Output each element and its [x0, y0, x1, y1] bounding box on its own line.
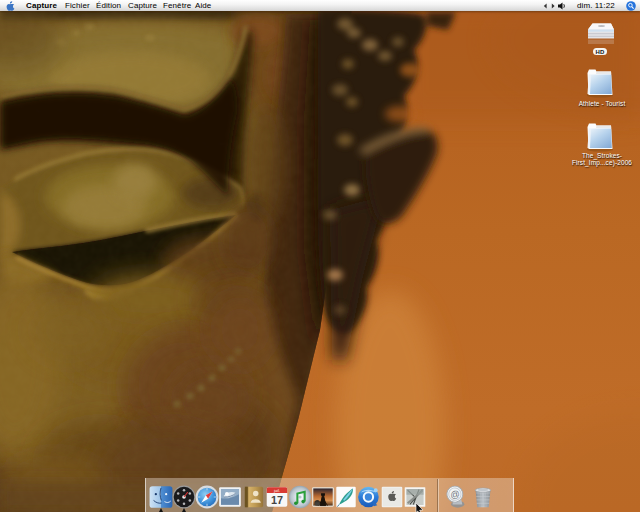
svg-text:juil.: juil.	[273, 488, 280, 493]
svg-text:17: 17	[271, 494, 283, 506]
